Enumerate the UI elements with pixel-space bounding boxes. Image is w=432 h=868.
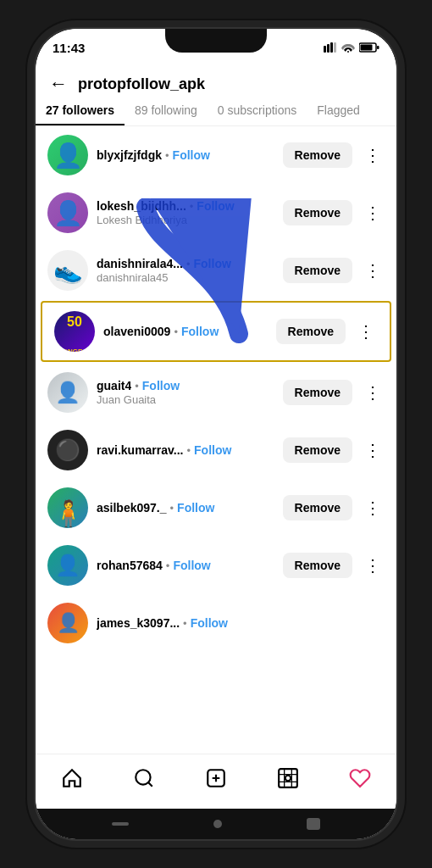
svg-rect-0 xyxy=(324,46,326,53)
header: ← protopfollow_apk xyxy=(36,66,396,95)
more-options-button[interactable]: ⋮ xyxy=(354,321,378,342)
remove-button[interactable]: Remove xyxy=(283,553,352,578)
avatar: 👤 xyxy=(47,135,88,175)
recents-system-button[interactable] xyxy=(307,818,320,830)
user-info: asilbek097._ • Follow xyxy=(97,501,274,515)
svg-rect-2 xyxy=(330,42,333,53)
home-system-button[interactable] xyxy=(213,820,222,828)
remove-button[interactable]: Remove xyxy=(283,200,352,225)
svg-point-12 xyxy=(285,776,291,782)
list-item: 👤 blyxjfzjfdgk • Follow Remove ⋮ xyxy=(36,126,396,184)
tab-following[interactable]: 89 following xyxy=(125,95,208,125)
remove-button[interactable]: Remove xyxy=(283,437,352,463)
system-nav-bar xyxy=(36,809,396,839)
fullname: Lokesh Bidhhoriya xyxy=(97,214,274,226)
avatar: 👤 xyxy=(47,545,88,586)
follow-button[interactable]: Follow xyxy=(194,257,231,270)
status-icons xyxy=(324,42,379,53)
list-item: 👟 danishnirala4... • Follow danishnirala… xyxy=(36,242,396,299)
nav-reels-button[interactable] xyxy=(271,761,305,795)
list-item: 👤 james_k3097... • Follow xyxy=(36,594,396,652)
svg-rect-3 xyxy=(334,42,336,53)
follow-button[interactable]: Follow xyxy=(197,199,234,213)
nav-search-button[interactable] xyxy=(127,761,161,795)
status-time: 11:43 xyxy=(53,41,85,55)
avatar: ⚫ xyxy=(47,430,88,470)
tab-flagged[interactable]: Flagged xyxy=(307,95,370,125)
username: olaveni0009 xyxy=(103,325,170,338)
avatar: 👤 xyxy=(47,603,88,643)
list-item: 👤 guait4 • Follow Juan Guaita Remove ⋮ xyxy=(36,364,396,421)
username: danishnirala4... xyxy=(97,257,183,270)
svg-rect-1 xyxy=(327,44,330,53)
more-options-button[interactable]: ⋮ xyxy=(361,203,385,223)
remove-button[interactable]: Remove xyxy=(283,495,352,520)
username: asilbek097._ xyxy=(97,501,167,515)
page-title: protopfollow_apk xyxy=(78,75,205,93)
follow-button[interactable]: Follow xyxy=(173,148,210,162)
username: rohan57684 xyxy=(97,559,163,572)
follow-button[interactable]: Follow xyxy=(173,559,210,572)
remove-button[interactable]: Remove xyxy=(283,142,352,168)
svg-point-9 xyxy=(136,770,150,784)
follow-button[interactable]: Follow xyxy=(194,443,231,457)
follow-button[interactable]: Follow xyxy=(177,501,214,515)
username: lokesh_bijdhh... xyxy=(97,199,186,213)
back-button[interactable]: ← xyxy=(49,73,68,95)
more-options-button[interactable]: ⋮ xyxy=(361,145,385,165)
svg-rect-11 xyxy=(279,769,297,787)
follow-button[interactable]: Follow xyxy=(142,379,180,392)
avatar: 🧍 xyxy=(47,487,88,528)
list-item-highlighted: 50 CONGRATS olaveni0009 • Follow Remove … xyxy=(41,301,391,362)
username: guait4 xyxy=(97,379,131,392)
user-info: lokesh_bijdhh... • Follow Lokesh Bidhhor… xyxy=(97,199,274,226)
more-options-button[interactable]: ⋮ xyxy=(361,498,385,518)
remove-button[interactable]: Remove xyxy=(276,319,346,344)
username: blyxjfzjfdgk xyxy=(97,148,162,162)
follow-button[interactable]: Follow xyxy=(181,325,219,338)
user-info: ravi.kumarrav... • Follow xyxy=(97,443,274,457)
user-info: blyxjfzjfdgk • Follow xyxy=(97,148,274,162)
svg-rect-7 xyxy=(377,46,379,49)
more-options-button[interactable]: ⋮ xyxy=(361,555,385,576)
nav-home-button[interactable] xyxy=(55,761,89,795)
username: james_k3097... xyxy=(97,616,180,630)
more-options-button[interactable]: ⋮ xyxy=(361,260,385,281)
list-item: 🧍 asilbek097._ • Follow Remove ⋮ xyxy=(36,479,396,537)
avatar: 👤 xyxy=(47,192,88,233)
tab-followers[interactable]: 27 followers xyxy=(36,95,125,125)
user-info: rohan57684 • Follow xyxy=(97,559,274,572)
user-info: james_k3097... • Follow xyxy=(97,616,385,630)
avatar: 👤 xyxy=(47,372,88,413)
user-info: olaveni0009 • Follow xyxy=(103,325,268,338)
list-item: 👤 lokesh_bijdhh... • Follow Lokesh Bidhh… xyxy=(36,184,396,242)
back-system-button[interactable] xyxy=(112,822,129,826)
more-options-button[interactable]: ⋮ xyxy=(361,440,385,460)
nav-add-button[interactable] xyxy=(199,761,233,795)
more-options-button[interactable]: ⋮ xyxy=(361,382,385,403)
follow-button[interactable]: Follow xyxy=(191,616,228,630)
username: ravi.kumarrav... xyxy=(97,443,183,457)
tabs-row: 27 followers 89 following 0 subscription… xyxy=(36,95,396,126)
svg-rect-6 xyxy=(361,45,373,51)
avatar: 50 CONGRATS xyxy=(54,311,95,352)
svg-point-4 xyxy=(347,51,349,53)
fullname: danishnirala45 xyxy=(97,271,274,284)
remove-button[interactable]: Remove xyxy=(283,380,352,405)
user-info: guait4 • Follow Juan Guaita xyxy=(97,379,274,406)
nav-heart-button[interactable] xyxy=(343,761,377,795)
bottom-nav xyxy=(36,754,396,809)
list-item: 👤 rohan57684 • Follow Remove ⋮ xyxy=(36,537,396,594)
list-item: ⚫ ravi.kumarrav... • Follow Remove ⋮ xyxy=(36,421,396,479)
tab-subscriptions[interactable]: 0 subscriptions xyxy=(208,95,307,125)
fullname: Juan Guaita xyxy=(97,393,274,406)
user-info: danishnirala4... • Follow danishnirala45 xyxy=(97,257,274,284)
avatar: 👟 xyxy=(47,250,88,291)
followers-list: 👤 blyxjfzjfdgk • Follow Remove ⋮ 👤 xyxy=(36,126,396,754)
remove-button[interactable]: Remove xyxy=(283,258,352,283)
